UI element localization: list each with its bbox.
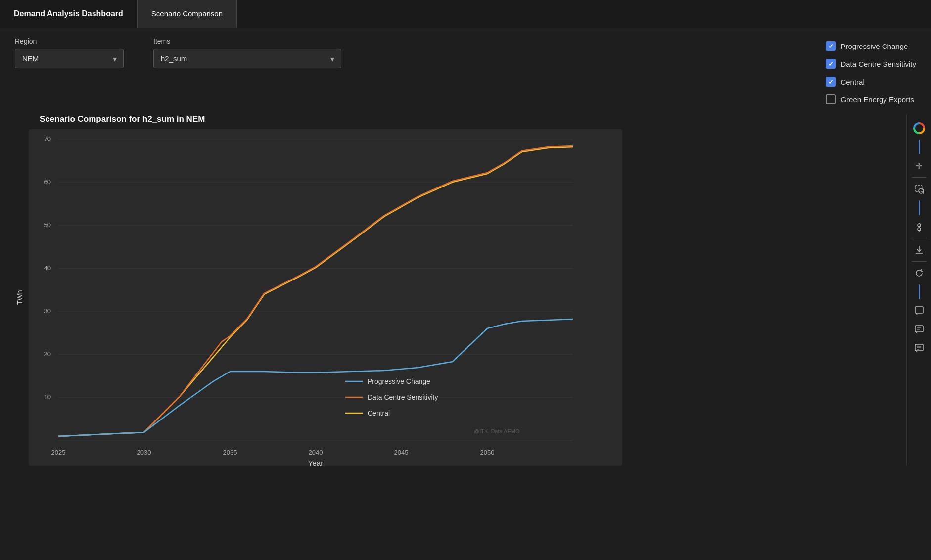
svg-text:10: 10	[44, 393, 51, 401]
toolbar-divider-5	[912, 261, 927, 262]
checkbox-central[interactable]: Central	[826, 77, 916, 87]
checkbox-progressive[interactable]: Progressive Change	[826, 41, 916, 51]
items-label: Items	[153, 37, 341, 45]
svg-text:2040: 2040	[309, 449, 323, 456]
toolbar-divider-6	[919, 284, 920, 299]
toolbar-divider-1	[919, 140, 920, 154]
chart-area: Scenario Comparison for h2_sum in NEM TW…	[0, 109, 931, 466]
svg-text:2045: 2045	[394, 449, 409, 456]
items-select[interactable]: h2_sum h2_export h2_domestic electricity	[153, 49, 341, 68]
tab-demand-label: Demand Analysis Dashboard	[14, 9, 123, 18]
checkbox-green-label: Green Energy Exports	[840, 95, 914, 104]
tab-demand[interactable]: Demand Analysis Dashboard	[0, 0, 138, 28]
comment-icon-1[interactable]	[909, 302, 929, 320]
tab-scenario[interactable]: Scenario Comparison	[138, 0, 237, 28]
tab-scenario-label: Scenario Comparison	[151, 9, 223, 18]
svg-line-33	[923, 193, 924, 194]
checkbox-datacentre-box[interactable]	[826, 59, 836, 69]
svg-text:70: 70	[44, 135, 51, 142]
checkboxes-panel: Progressive Change Data Centre Sensitivi…	[826, 37, 916, 104]
svg-point-35	[918, 228, 921, 231]
checkbox-green[interactable]: Green Energy Exports	[826, 94, 916, 104]
tab-bar: Demand Analysis Dashboard Scenario Compa…	[0, 0, 931, 28]
region-control: Region NEM QLD NSW VIC SA WA TAS	[15, 37, 124, 68]
refresh-icon[interactable]	[909, 264, 929, 282]
checkbox-green-box[interactable]	[826, 94, 836, 104]
region-dropdown-wrapper: NEM QLD NSW VIC SA WA TAS	[15, 49, 124, 68]
svg-text:2025: 2025	[51, 449, 66, 456]
svg-text:40: 40	[44, 264, 51, 272]
checkbox-progressive-label: Progressive Change	[840, 42, 908, 50]
pan-icon[interactable]: ✛	[909, 157, 929, 175]
controls-row: Region NEM QLD NSW VIC SA WA TAS Items h…	[0, 28, 931, 109]
svg-text:Data Centre Sensitivity: Data Centre Sensitivity	[368, 393, 438, 401]
checkbox-progressive-box[interactable]	[826, 41, 836, 51]
checkbox-central-box[interactable]	[826, 77, 836, 87]
checkbox-datacentre[interactable]: Data Centre Sensitivity	[826, 59, 916, 69]
toolbar-divider-4	[912, 238, 927, 238]
checkbox-datacentre-label: Data Centre Sensitivity	[840, 60, 916, 68]
svg-text:2050: 2050	[480, 449, 495, 456]
svg-rect-41	[915, 307, 923, 313]
region-select[interactable]: NEM QLD NSW VIC SA WA TAS	[15, 49, 124, 68]
svg-text:20: 20	[44, 350, 51, 358]
color-wheel-icon[interactable]	[909, 119, 929, 137]
toolbar-divider-3	[919, 200, 920, 215]
chart-svg-wrapper[interactable]: 70 60 50 40 30	[29, 129, 896, 466]
svg-text:2035: 2035	[223, 449, 237, 456]
settings-icon[interactable]	[909, 218, 929, 235]
download-icon[interactable]	[909, 241, 929, 259]
toolbar-divider-2	[912, 177, 927, 178]
right-toolbar: ✛	[906, 114, 931, 466]
chart-svg[interactable]: 70 60 50 40 30	[29, 129, 622, 466]
region-label: Region	[15, 37, 124, 45]
svg-rect-43	[915, 326, 923, 332]
y-axis-label: TWh	[15, 129, 25, 466]
svg-text:30: 30	[44, 307, 51, 315]
svg-text:Year: Year	[308, 459, 323, 466]
items-dropdown-wrapper: h2_sum h2_export h2_domestic electricity	[153, 49, 341, 68]
svg-text:2030: 2030	[137, 449, 151, 456]
svg-text:60: 60	[44, 178, 51, 186]
svg-text:50: 50	[44, 221, 51, 229]
svg-text:Progressive Change: Progressive Change	[368, 377, 430, 385]
comment-icon-3[interactable]	[909, 339, 929, 357]
chart-title: Scenario Comparison for h2_sum in NEM	[40, 114, 896, 124]
items-control: Items h2_sum h2_export h2_domestic elect…	[153, 37, 341, 68]
svg-text:Central: Central	[368, 409, 390, 417]
svg-text:@ITK. Data AEMO: @ITK. Data AEMO	[474, 428, 520, 434]
chart-inner: TWh 70 60	[15, 129, 896, 466]
zoom-box-icon[interactable]	[909, 180, 929, 198]
svg-rect-0	[29, 129, 622, 466]
checkbox-central-label: Central	[840, 78, 864, 86]
svg-point-34	[918, 224, 921, 227]
chart-container: Scenario Comparison for h2_sum in NEM TW…	[15, 114, 896, 466]
comment-icon-2[interactable]	[909, 321, 929, 338]
